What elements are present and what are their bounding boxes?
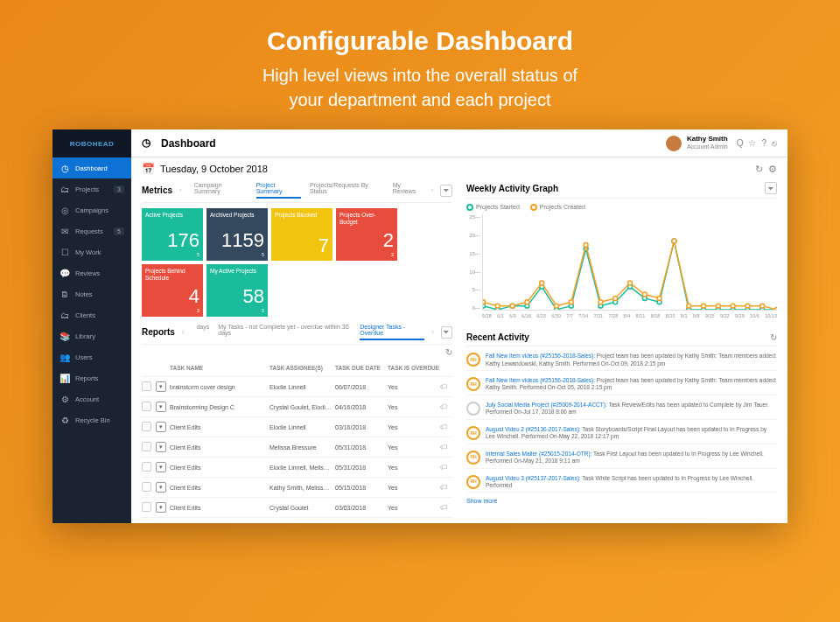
metric-card[interactable]: Active Projects1765 [142, 208, 203, 261]
my work-icon: ☐ [60, 247, 70, 257]
chevron-down-icon[interactable]: ▾ [156, 462, 166, 472]
checkbox[interactable] [142, 422, 151, 431]
activity-item[interactable]: RHFall New Item videos (#25156-2018-Sale… [466, 374, 777, 395]
top-icon[interactable]: ⎋ [772, 138, 777, 148]
table-row[interactable]: ▾brainstorm cover designElodie Linnell06… [142, 377, 452, 397]
nav-list: ◷Dashboard🗂Projects3◎Campaigns✉Requests5… [52, 157, 131, 430]
hero-title: Configurable Dashboard [0, 26, 840, 56]
tag-icon[interactable]: 🏷 [440, 382, 448, 391]
metric-card[interactable]: Archived Projects11595 [206, 208, 268, 261]
sidebar-item-notes[interactable]: 🗎Notes [52, 283, 131, 304]
reports-title: Reports [142, 327, 175, 337]
table-row[interactable]: ▾Client EditsKathy Smith, Meliss…05/15/2… [142, 478, 452, 498]
metric-card[interactable]: Projects Blocked7 [271, 208, 332, 261]
library-icon: 📚 [60, 331, 70, 341]
table-row[interactable]: ▾Client EditsMelissa Bressure05/31/2018Y… [142, 437, 452, 458]
checkbox[interactable] [142, 442, 151, 451]
chevron-right-icon[interactable]: › [431, 186, 434, 194]
tag-icon[interactable]: 🏷 [440, 423, 448, 431]
chevron-down-icon[interactable]: ▾ [156, 442, 166, 452]
sidebar-item-account[interactable]: ⚙Account [52, 388, 131, 409]
chevron-down-icon[interactable]: ▾ [156, 381, 166, 392]
tab-project-summary[interactable]: Project Summary [256, 182, 301, 199]
table-head: TASK NAME TASK ASSIGNEE(S) TASK DUE DATE… [142, 360, 452, 377]
table-row[interactable]: ▾Client EditsCrystal Goulet03/03/2018Yes… [142, 498, 452, 518]
table-row[interactable]: ▾Brainstorming Design CCrystal Goulet, E… [142, 397, 452, 417]
tab-report[interactable]: Designer Tasks - Overdue [360, 324, 424, 340]
checkbox[interactable] [142, 402, 151, 411]
chevron-right-icon[interactable]: › [431, 328, 434, 336]
filter-icon[interactable]: ⏷ [440, 185, 452, 197]
svg-point-40 [760, 304, 765, 308]
tag-icon[interactable]: 🏷 [440, 443, 448, 451]
sidebar-item-library[interactable]: 📚Library [52, 325, 131, 346]
tab-projects-requests-by-status[interactable]: Projects/Requests By Status [310, 182, 384, 199]
activity-link[interactable]: August Video 2 (#25136-2017-Sales): [486, 426, 581, 432]
refresh-icon[interactable]: ↻ [755, 164, 763, 175]
activity-item[interactable]: RHAugust Video 3 (#25137-2017-Sales): Ta… [466, 472, 777, 493]
sidebar-item-requests[interactable]: ✉Requests5 [52, 220, 131, 241]
hero-banner: Configurable Dashboard High level views … [0, 0, 840, 129]
sidebar-item-reviews[interactable]: 💬Reviews [52, 262, 131, 283]
activity-item[interactable]: RHAugust Video 2 (#25136-2017-Sales): Ta… [466, 423, 777, 444]
sidebar-item-dashboard[interactable]: ◷Dashboard [52, 157, 131, 178]
tag-icon[interactable]: 🏷 [440, 483, 448, 492]
tab-my-reviews[interactable]: My Reviews [393, 182, 424, 199]
metric-card[interactable]: My Active Projects580 [206, 264, 268, 317]
page-title: ◷ Dashboard [142, 136, 216, 150]
table-row[interactable]: ▾Client EditsElodie Linnell, Melis…05/31… [142, 458, 452, 478]
checkbox[interactable] [142, 381, 151, 391]
activity-link[interactable]: Fall New Item videos (#25156-2018-Sales)… [486, 377, 595, 383]
activity-link[interactable]: Fall New Item videos (#25156-2018-Sales)… [486, 353, 595, 359]
activity-item[interactable]: RHFall New Item videos (#25156-2018-Sale… [466, 350, 777, 371]
activity-item[interactable]: July Social Media Project (#25009-2014-A… [466, 399, 777, 420]
reports-header: Reports ‹ daysMy Tasks - not Complete ye… [142, 322, 452, 345]
calendar-icon[interactable]: 📅 [142, 163, 155, 175]
chevron-down-icon[interactable]: ▾ [156, 422, 166, 432]
sidebar-item-projects[interactable]: 🗂Projects3 [52, 178, 131, 199]
tag-icon[interactable]: 🏷 [440, 463, 448, 472]
right-column: Weekly Activity Graph ⏷ Projects Started… [459, 180, 788, 523]
tag-icon[interactable]: 🏷 [440, 503, 448, 512]
chevron-left-icon[interactable]: ‹ [179, 186, 182, 194]
chevron-down-icon[interactable]: ▾ [156, 402, 166, 412]
checkbox[interactable] [142, 462, 151, 472]
activity-item[interactable]: RHInternal Sales Mailer (#25015-2014-OTR… [466, 448, 777, 469]
user-block[interactable]: Kathy Smith Account Admin [666, 136, 728, 151]
svg-point-23 [510, 304, 514, 308]
metric-card[interactable]: Projects Over-Budget23 [336, 208, 397, 261]
avatar: RH [466, 426, 480, 440]
gear-icon[interactable]: ⚙ [768, 164, 777, 175]
checkbox[interactable] [142, 502, 151, 512]
filter-icon[interactable]: ⏷ [441, 326, 452, 339]
sidebar-item-recycle-bin[interactable]: ♻Recycle Bin [52, 409, 131, 430]
table-row[interactable]: ▾Client EditsElodie Linnell03/16/2018Yes… [142, 417, 452, 437]
refresh-icon[interactable]: ↻ [445, 347, 452, 357]
refresh-icon[interactable]: ↻ [770, 332, 777, 342]
sidebar-item-reports[interactable]: 📊Reports [52, 367, 131, 388]
tab-campaign-summary[interactable]: Campaign Summary [194, 182, 248, 199]
top-icon[interactable]: Q [737, 138, 744, 148]
sidebar-item-clients[interactable]: 🗂Clients [52, 304, 131, 325]
tag-icon[interactable]: 🏷 [440, 402, 448, 411]
top-icon[interactable]: ? [761, 138, 766, 148]
sidebar-item-campaigns[interactable]: ◎Campaigns [52, 199, 131, 220]
chevron-down-icon[interactable]: ▾ [156, 502, 166, 513]
activity-link[interactable]: July Social Media Project (#25009-2014-A… [486, 402, 607, 408]
sidebar-item-my-work[interactable]: ☐My Work [52, 241, 131, 262]
filter-icon[interactable]: ⏷ [765, 182, 777, 194]
recent-header: Recent Activity ↻ [466, 331, 777, 346]
chevron-down-icon[interactable]: ▾ [156, 482, 166, 493]
tab-report[interactable]: My Tasks - not Complete yet - overdue wi… [218, 324, 351, 340]
show-more-link[interactable]: Show more [466, 496, 777, 504]
activity-link[interactable]: Internal Sales Mailer (#25015-2014-OTR): [486, 451, 592, 457]
reports-tabs: daysMy Tasks - not Complete yet - overdu… [196, 324, 424, 340]
top-icon[interactable]: ☆ [748, 138, 756, 148]
activity-link[interactable]: August Video 3 (#25137-2017-Sales): [486, 475, 581, 481]
sidebar-item-users[interactable]: 👥Users [52, 346, 131, 367]
checkbox[interactable] [142, 482, 151, 492]
chevron-left-icon[interactable]: ‹ [182, 328, 185, 336]
metric-card[interactable]: Projects Behind Schedule43 [142, 264, 203, 317]
svg-point-29 [598, 300, 603, 304]
tab-report[interactable]: days [196, 324, 209, 340]
